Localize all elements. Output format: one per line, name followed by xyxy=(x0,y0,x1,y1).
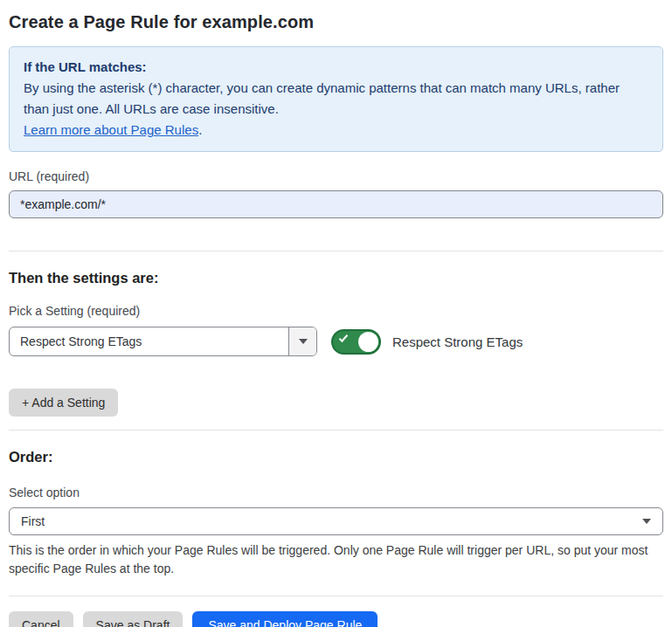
learn-more-link[interactable]: Learn more about Page Rules xyxy=(24,122,198,137)
footer-actions: Cancel Save as Draft Save and Deploy Pag… xyxy=(9,611,663,627)
save-deploy-button[interactable]: Save and Deploy Page Rule xyxy=(192,611,378,627)
order-section-heading: Order: xyxy=(9,449,663,465)
page-title: Create a Page Rule for example.com xyxy=(9,12,663,32)
cancel-button[interactable]: Cancel xyxy=(9,611,73,627)
setting-select[interactable]: Respect Strong ETags xyxy=(9,327,317,356)
callout-link-line: Learn more about Page Rules. xyxy=(24,120,648,141)
add-setting-button[interactable]: + Add a Setting xyxy=(9,389,118,417)
link-suffix: . xyxy=(198,122,202,137)
order-help-text: This is the order in which your Page Rul… xyxy=(9,541,663,578)
etags-toggle[interactable] xyxy=(331,329,381,355)
callout-body-text: By using the asterisk (*) character, you… xyxy=(24,80,620,116)
chevron-down-icon xyxy=(299,339,308,344)
url-input[interactable] xyxy=(9,190,663,218)
divider xyxy=(9,251,663,251)
divider xyxy=(9,430,663,431)
setting-select-arrow-box[interactable] xyxy=(288,327,316,355)
check-icon xyxy=(339,333,348,342)
order-select-label: Select option xyxy=(9,486,663,500)
setting-select-value: Respect Strong ETags xyxy=(10,327,288,355)
setting-picker-label: Pick a Setting (required) xyxy=(9,304,663,318)
setting-row: Respect Strong ETags Respect Strong ETag… xyxy=(9,327,663,356)
url-match-callout: If the URL matches: By using the asteris… xyxy=(9,46,663,152)
callout-body: By using the asterisk (*) character, you… xyxy=(24,78,648,120)
chevron-down-icon xyxy=(642,519,651,524)
callout-heading: If the URL matches: xyxy=(24,57,648,78)
divider xyxy=(9,596,663,596)
url-field-label: URL (required) xyxy=(9,169,663,183)
page-rule-form: Create a Page Rule for example.com If th… xyxy=(0,0,672,627)
toggle-knob xyxy=(358,332,378,352)
order-select[interactable]: First xyxy=(9,507,663,535)
toggle-label: Respect Strong ETags xyxy=(392,334,523,349)
settings-section-heading: Then the settings are: xyxy=(9,270,663,286)
save-draft-button[interactable]: Save as Draft xyxy=(83,611,184,627)
order-select-value: First xyxy=(21,514,642,528)
